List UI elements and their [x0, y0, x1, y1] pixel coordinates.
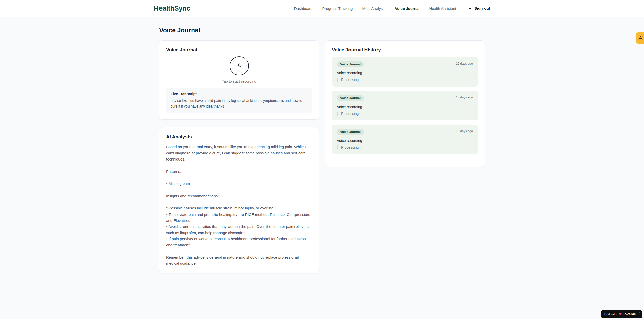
- sign-out-label: Sign out: [474, 6, 490, 11]
- brand-logo[interactable]: HealthSync: [154, 5, 190, 12]
- nav-item-meal-analysis[interactable]: Meal Analysis: [362, 6, 385, 11]
- microphone-icon: [232, 59, 247, 73]
- logout-icon: [467, 6, 472, 11]
- page-title: Voice Journal: [159, 26, 485, 34]
- history-entry[interactable]: Voice Journal 15 days ago Voice recordin…: [332, 57, 478, 87]
- entry-type-badge: Voice Journal: [337, 61, 364, 67]
- main-nav: Dashboard Progress Tracking Meal Analysi…: [294, 6, 490, 11]
- sign-out-button[interactable]: Sign out: [467, 6, 490, 11]
- entry-status: Processing...: [337, 145, 473, 149]
- ai-analysis-card: AI Analysis Based on your journal entry,…: [159, 127, 319, 273]
- lovable-brand-label: lovable: [623, 312, 636, 316]
- entry-timestamp: 15 days ago: [456, 95, 473, 99]
- entry-label: Voice recording: [337, 139, 473, 143]
- ai-analysis-title: AI Analysis: [166, 134, 312, 140]
- edit-with-lovable-pill[interactable]: Edit with ❤ lovable ×: [601, 310, 642, 318]
- entry-label: Voice recording: [337, 105, 473, 109]
- side-widget-badge[interactable]: [636, 32, 644, 44]
- main-content: Voice Journal Voice Journal: [159, 17, 485, 273]
- entry-status: Processing...: [337, 112, 473, 116]
- voice-recorder-card: Voice Journal Tap to start rec: [159, 40, 319, 120]
- entry-timestamp: 15 days ago: [456, 129, 473, 133]
- left-column: Voice Journal Tap to start rec: [159, 40, 319, 273]
- edit-with-label: Edit with: [604, 312, 617, 316]
- entry-label: Voice recording: [337, 71, 473, 75]
- top-navbar: HealthSync Dashboard Progress Tracking M…: [0, 0, 644, 17]
- live-transcript-title: Live Transcript: [171, 92, 308, 96]
- live-transcript-text: hey so like I do have a mild pain in my …: [171, 98, 308, 109]
- tent-logo-icon: [638, 35, 643, 41]
- nav-item-voice-journal[interactable]: Voice Journal: [395, 6, 419, 11]
- history-card-title: Voice Journal History: [332, 47, 478, 53]
- right-column: Voice Journal History Voice Journal 15 d…: [325, 40, 485, 167]
- ai-analysis-text: Based on your journal entry, it sounds l…: [166, 144, 312, 267]
- nav-item-progress-tracking[interactable]: Progress Tracking: [322, 6, 353, 11]
- heart-icon: ❤: [619, 312, 622, 316]
- app-page: HealthSync Dashboard Progress Tracking M…: [0, 0, 644, 319]
- tap-to-record-hint: Tap to start recording: [222, 79, 256, 83]
- history-entry[interactable]: Voice Journal 15 days ago Voice recordin…: [332, 125, 478, 154]
- voice-journal-history-card: Voice Journal History Voice Journal 15 d…: [325, 40, 485, 167]
- nav-item-dashboard[interactable]: Dashboard: [294, 6, 312, 11]
- history-entry[interactable]: Voice Journal 15 days ago Voice recordin…: [332, 91, 478, 120]
- close-icon[interactable]: ×: [639, 311, 640, 314]
- entry-type-badge: Voice Journal: [337, 129, 364, 135]
- nav-item-health-assistant[interactable]: Health Assistant: [429, 6, 456, 11]
- entry-type-badge: Voice Journal: [337, 95, 364, 101]
- recorder-card-title: Voice Journal: [166, 47, 312, 53]
- entry-timestamp: 15 days ago: [456, 61, 473, 65]
- entry-status: Processing...: [337, 78, 473, 82]
- record-button[interactable]: [230, 56, 249, 75]
- live-transcript-box: Live Transcript hey so like I do have a …: [166, 88, 312, 113]
